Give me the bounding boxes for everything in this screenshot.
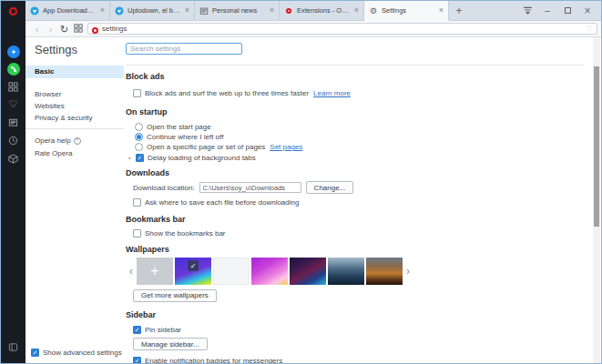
tab-extensions[interactable]: Extensions - Opera add-ons × [280, 1, 364, 20]
speed-dial-grid-icon[interactable] [71, 22, 85, 36]
wallpaper-thumbnail-mountain[interactable] [328, 258, 364, 285]
tab-bar: App Downloads for Windows × Uptodown, el… [26, 1, 601, 21]
ask-where-row: Ask where to save each file before downl… [126, 198, 588, 207]
change-location-button[interactable]: Change... [306, 181, 354, 194]
delay-loading-checkbox[interactable]: ✓ [136, 154, 144, 162]
back-icon[interactable]: ‹ [30, 22, 44, 36]
new-tab-button[interactable]: + [449, 1, 469, 20]
address-bar[interactable]: settings ♡ [87, 23, 597, 35]
carousel-right-icon[interactable]: › [404, 265, 412, 278]
speed-dial-icon[interactable] [1, 79, 26, 94]
browser-window: ♡ App Downloads for Windows × Uptodown, … [0, 0, 602, 364]
tab-close-icon[interactable]: × [354, 6, 359, 15]
tab-personal-news[interactable]: Personal news × [195, 1, 280, 20]
ask-where-checkbox[interactable] [133, 198, 141, 207]
uptodown-icon [115, 6, 124, 15]
specific-pages-radio[interactable] [135, 143, 143, 151]
minimize-button[interactable]: – [537, 1, 557, 21]
startup-option-row: Open the start page [126, 123, 588, 131]
tab-title: App Downloads for Windows [43, 6, 97, 15]
tab-title: Extensions - Opera add-ons [297, 6, 351, 15]
nav-item-rate-opera[interactable]: Rate Opera [26, 149, 124, 157]
block-ads-checkbox[interactable] [133, 89, 141, 97]
tab-uptodown-blog[interactable]: Uptodown, el blog × [110, 1, 195, 20]
forward-icon[interactable]: › [44, 22, 57, 36]
learn-more-link[interactable]: Learn more [313, 89, 351, 97]
tab-close-icon[interactable]: × [439, 6, 444, 15]
extensions-cube-icon[interactable] [1, 151, 26, 166]
continue-radio[interactable] [135, 133, 143, 141]
scrollbar-thumb[interactable] [594, 66, 599, 227]
tab-settings[interactable]: ⚙ Settings × [364, 1, 449, 20]
maximize-button[interactable] [557, 1, 577, 21]
show-advanced-settings[interactable]: ✓ Show advanced settings [31, 349, 122, 357]
advanced-checkbox[interactable]: ✓ [31, 349, 39, 357]
download-location-label: Download location: [133, 184, 195, 192]
tab-close-icon[interactable]: × [185, 6, 189, 15]
opera-o-icon [9, 7, 17, 15]
reload-icon[interactable]: ↻ [57, 22, 71, 36]
show-bookmarks-label: Show the bookmarks bar [145, 229, 226, 238]
add-wallpaper-thumbnail[interactable]: + [137, 258, 173, 285]
tab-close-icon[interactable]: × [270, 6, 274, 15]
show-bookmarks-checkbox[interactable] [133, 229, 141, 238]
maximize-icon [565, 7, 571, 14]
heart-bookmark-icon[interactable]: ♡ [586, 25, 593, 34]
nav-item-browser[interactable]: Browser [26, 91, 124, 98]
search-input[interactable] [126, 43, 242, 55]
download-location-row: Download location: Change... [126, 181, 588, 194]
tab-app-downloads[interactable]: App Downloads for Windows × [26, 1, 110, 20]
manage-sidebar-button[interactable]: Manage sidebar... [133, 338, 208, 350]
help-icon: ? [74, 137, 81, 145]
whatsapp-icon[interactable] [1, 62, 26, 76]
tab-title: Personal news [212, 6, 266, 15]
nav-item-privacy-security[interactable]: Privacy & security [26, 115, 124, 122]
uptodown-icon [30, 6, 39, 15]
messenger-icon[interactable] [1, 45, 26, 59]
opera-icon [284, 6, 293, 15]
nav-item-opera-help[interactable]: Opera help ? [26, 136, 124, 145]
wallpaper-thumbnail-selected[interactable]: ✓ [175, 258, 211, 285]
delay-loading-row: • ✓ Delay loading of background tabs [126, 154, 588, 162]
history-clock-icon[interactable] [1, 133, 26, 147]
scrollbar-track[interactable] [593, 37, 600, 363]
get-more-wallpapers-button[interactable]: Get more wallpapers [133, 289, 217, 302]
nav-item-basic[interactable]: Basic [26, 66, 124, 78]
wallpaper-thumbnail-dark[interactable] [290, 258, 326, 285]
delay-loading-label: Delay loading of background tabs [148, 154, 256, 162]
tab-close-icon[interactable]: × [100, 6, 105, 15]
bookmarks-heart-icon[interactable]: ♡ [1, 96, 26, 111]
wallpaper-thumbnail-city[interactable] [366, 258, 403, 285]
notification-badges-row: ✓ Enable notification badges for messeng… [126, 357, 588, 364]
on-startup-heading: On startup [126, 108, 588, 116]
wallpaper-thumbnail-white[interactable] [213, 258, 250, 285]
wallpapers-heading: Wallpapers [126, 246, 588, 254]
selected-check-icon: ✓ [188, 260, 199, 271]
close-window-button[interactable]: × [577, 1, 597, 21]
pin-sidebar-label: Pin sidebar [145, 326, 181, 334]
bookmarks-bar-heading: Bookmarks bar [126, 216, 588, 224]
set-pages-link[interactable]: Set pages [270, 143, 302, 151]
tab-menu-icon[interactable] [517, 1, 537, 21]
nav-item-websites[interactable]: Websites [26, 103, 124, 110]
opera-badge-icon [92, 21, 98, 37]
continue-label: Continue where I left off [147, 133, 223, 141]
tab-title: Uptodown, el blog [128, 6, 181, 15]
opera-menu-logo[interactable] [1, 5, 26, 18]
page-title: Settings [35, 43, 124, 56]
notification-badges-checkbox[interactable]: ✓ [133, 357, 141, 364]
block-ads-row: Block ads and surf the web up to three t… [126, 89, 588, 97]
url-text[interactable]: settings [102, 25, 582, 33]
download-location-input[interactable] [199, 182, 301, 193]
pin-sidebar-checkbox[interactable]: ✓ [133, 326, 141, 334]
personal-news-icon[interactable] [1, 115, 26, 129]
downloads-heading: Downloads [126, 169, 588, 177]
carousel-left-icon[interactable]: ‹ [128, 265, 135, 278]
block-ads-heading: Block ads [126, 73, 588, 81]
start-page-label: Open the start page [147, 123, 211, 131]
sidebar-panel-icon[interactable] [1, 339, 26, 354]
nav-divider [26, 128, 124, 129]
start-page-radio[interactable] [135, 123, 143, 131]
wallpaper-thumbnail-purple[interactable] [251, 258, 288, 285]
startup-option-row: Continue where I left off [126, 133, 588, 141]
